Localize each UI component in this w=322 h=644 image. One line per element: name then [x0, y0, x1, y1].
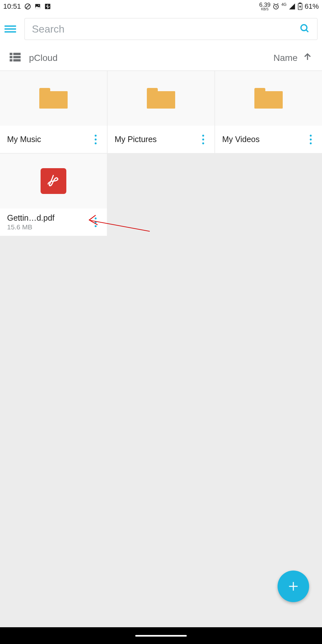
tile-info: My Music [0, 126, 107, 153]
status-time: 10:51 [3, 2, 21, 11]
tile-preview [0, 154, 107, 208]
battery-percentage: 61% [305, 2, 319, 11]
tile-info: My Videos [215, 126, 322, 153]
network-speed: 6.39 KB/S [259, 2, 270, 10]
breadcrumb-bar: pCloud Name [0, 45, 322, 71]
svg-line-1 [26, 5, 30, 9]
svg-rect-7 [299, 3, 301, 4]
more-options-button[interactable] [91, 214, 100, 230]
empty-cell [215, 154, 322, 236]
folder-icon [39, 88, 68, 109]
more-options-button[interactable] [307, 131, 315, 148]
search-input[interactable] [32, 23, 299, 35]
sort-label: Name [273, 53, 298, 63]
folder-my-videos[interactable]: My Videos [215, 71, 322, 153]
tile-info: My Pictures [108, 126, 214, 153]
more-options-button[interactable] [91, 131, 100, 148]
svg-rect-13 [13, 56, 21, 58]
folder-icon [254, 88, 283, 109]
folder-icon [147, 88, 175, 109]
signal-icon [289, 3, 296, 10]
tile-name: Gettin…d.pdf [7, 213, 88, 223]
status-bar: 10:51 6.39 KB/S [0, 0, 322, 13]
file-grid: My Music My Pictures My Videos [0, 71, 322, 236]
arrow-up-icon [303, 52, 312, 64]
svg-rect-10 [10, 53, 13, 55]
tile-name: My Pictures [115, 135, 196, 144]
svg-rect-11 [13, 53, 21, 55]
folder-my-pictures[interactable]: My Pictures [108, 71, 214, 153]
svg-rect-14 [10, 59, 13, 61]
status-right: 6.39 KB/S 4G 61% [259, 2, 319, 11]
empty-area [0, 236, 322, 644]
tile-preview [215, 71, 322, 126]
do-not-disturb-icon [24, 3, 31, 10]
nav-handle-icon[interactable] [135, 635, 187, 637]
file-getting-started-pdf[interactable]: Gettin…d.pdf 15.6 MB [0, 154, 107, 236]
usb-icon [44, 3, 51, 10]
menu-button[interactable] [5, 25, 17, 33]
svg-point-8 [301, 25, 307, 31]
battery-icon [298, 3, 303, 10]
tile-name: My Music [7, 135, 88, 144]
tile-info: Gettin…d.pdf 15.6 MB [0, 208, 107, 236]
network-label: 4G [281, 2, 287, 7]
add-fab-button[interactable] [278, 571, 309, 602]
sort-button[interactable]: Name [273, 52, 312, 64]
search-box[interactable] [24, 18, 317, 40]
list-view-icon[interactable] [10, 53, 21, 63]
top-bar [0, 13, 322, 45]
pdf-icon [41, 168, 66, 194]
tile-preview [0, 71, 107, 126]
svg-rect-15 [13, 59, 21, 61]
tile-preview [108, 71, 214, 126]
status-left: 10:51 [3, 2, 51, 11]
svg-line-9 [306, 30, 308, 32]
nav-bar[interactable] [0, 627, 322, 644]
alarm-icon [272, 3, 279, 10]
search-icon[interactable] [299, 23, 310, 35]
tile-name: My Videos [222, 135, 303, 144]
more-options-button[interactable] [199, 131, 207, 148]
breadcrumb-title[interactable]: pCloud [29, 53, 265, 63]
empty-cell [108, 154, 214, 236]
folder-my-music[interactable]: My Music [0, 71, 107, 153]
tile-meta: 15.6 MB [7, 223, 88, 231]
image-icon [34, 3, 41, 10]
svg-point-3 [38, 5, 39, 6]
svg-rect-12 [10, 56, 13, 58]
